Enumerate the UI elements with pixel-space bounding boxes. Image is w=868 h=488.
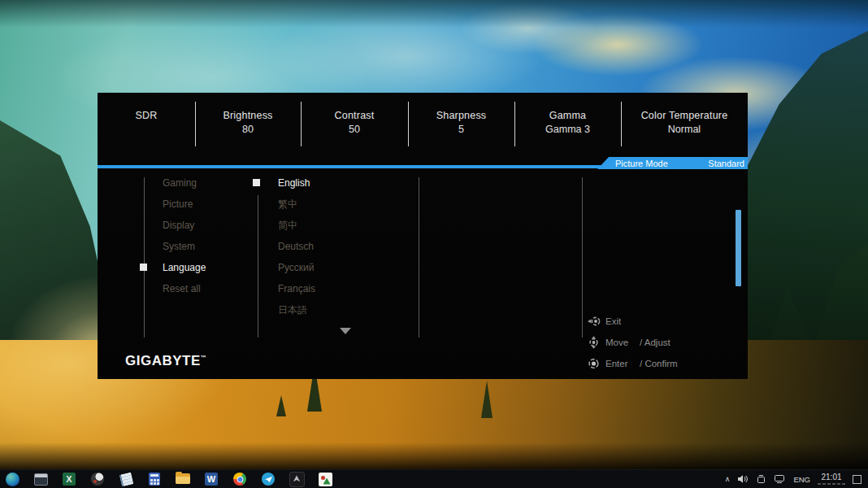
language-item-japanese[interactable]: 日本語 — [278, 299, 315, 320]
notes-app-icon[interactable] — [118, 471, 134, 487]
koi-fish-app-icon[interactable] — [89, 471, 106, 487]
stat-color-temperature: Color Temperature Normal — [621, 93, 748, 157]
joystick-left-icon — [587, 315, 601, 328]
clock-date-clipped — [818, 483, 845, 485]
koi-fish-icon-glyph — [91, 473, 104, 486]
language-item-traditional-chinese[interactable]: 繁中 — [278, 194, 315, 215]
osd-status-row: SDR Brightness 80 Contrast 50 Sharpness … — [98, 93, 748, 157]
selected-marker-english — [253, 179, 260, 186]
stat-contrast: Contrast 50 — [301, 93, 408, 157]
stat-label: Sharpness — [408, 110, 514, 121]
stat-value: Gamma 3 — [514, 124, 621, 135]
menu-item-reset-all[interactable]: Reset all — [163, 278, 206, 299]
selected-marker-language — [140, 264, 147, 271]
divider — [419, 177, 419, 338]
divider — [144, 177, 145, 338]
osd-main-menu: Gaming Picture Display System Language R… — [163, 172, 206, 299]
hint-exit: Exit — [587, 311, 678, 332]
input-language-indicator[interactable]: ENG — [793, 475, 810, 484]
hint-extra: / Adjust — [640, 338, 671, 347]
picture-mode-value: Standard — [708, 159, 744, 168]
osd-control-hints: Exit Move / Adjust Enter / Co — [587, 311, 678, 374]
stat-value: 80 — [195, 124, 301, 135]
monitor-photo: SDR Brightness 80 Contrast 50 Sharpness … — [0, 0, 868, 488]
picture-mode-badge: Picture Mode Standard — [597, 157, 748, 169]
network-display-icon[interactable] — [774, 474, 786, 484]
divider — [582, 177, 583, 338]
stat-gamma: Gamma Gamma 3 — [514, 93, 621, 157]
photos-app-icon[interactable] — [317, 471, 333, 487]
scroll-down-arrow-icon[interactable] — [340, 328, 351, 334]
language-item-simplified-chinese[interactable]: 简中 — [278, 215, 315, 236]
stat-label: Contrast — [301, 110, 408, 121]
stat-label: Brightness — [195, 110, 301, 121]
excel-icon[interactable]: X — [61, 471, 77, 487]
stat-value: 5 — [408, 124, 514, 135]
chrome-icon[interactable] — [232, 471, 248, 487]
app-window-icon-glyph — [34, 473, 48, 486]
telegram-icon[interactable] — [260, 471, 276, 487]
chevron-up-icon[interactable]: ∧ — [725, 476, 731, 483]
excel-icon-glyph: X — [63, 473, 76, 486]
trademark: ™ — [201, 355, 207, 360]
speaker-icon[interactable] — [737, 474, 749, 484]
app-window-icon[interactable] — [33, 471, 49, 487]
stat-label: Color Temperature — [621, 110, 748, 121]
language-item-french[interactable]: Français — [278, 278, 315, 299]
stat-label: SDR — [98, 110, 195, 121]
menu-item-language[interactable]: Language — [163, 257, 206, 278]
osd-scrollbar[interactable] — [736, 210, 741, 286]
calculator-icon[interactable] — [146, 471, 163, 487]
tray-box-icon[interactable] — [756, 474, 766, 485]
language-item-english[interactable]: English — [278, 172, 315, 194]
calculator-icon-glyph — [149, 473, 160, 486]
wallpaper-tree — [481, 381, 493, 418]
word-icon-glyph: W — [205, 473, 218, 486]
hint-label: Exit — [605, 316, 635, 326]
edge-icon[interactable] — [4, 471, 20, 487]
dark-geometric-app-icon[interactable] — [289, 471, 305, 487]
menu-item-picture[interactable]: Picture — [163, 194, 206, 215]
folder-icon-glyph — [176, 473, 190, 485]
action-center-icon[interactable] — [853, 475, 861, 484]
menu-item-gaming[interactable]: Gaming — [163, 172, 206, 194]
stat-sharpness: Sharpness 5 — [408, 93, 514, 157]
taskbar-clock[interactable]: 21:01 — [818, 473, 845, 485]
divider — [301, 102, 302, 146]
stat-brightness: Brightness 80 — [195, 93, 301, 157]
hint-move-adjust: Move / Adjust — [587, 332, 678, 353]
hint-extra: / Confirm — [640, 359, 678, 368]
stat-label: Gamma — [514, 110, 621, 121]
wallpaper-bottom-shade — [0, 442, 868, 469]
language-item-russian[interactable]: Русский — [278, 257, 315, 278]
stat-value: Normal — [621, 124, 748, 135]
photos-icon-glyph — [319, 473, 332, 486]
menu-item-system[interactable]: System — [163, 236, 206, 257]
monitor-osd-panel: SDR Brightness 80 Contrast 50 Sharpness … — [98, 93, 748, 379]
geometric-icon-glyph — [289, 472, 305, 487]
picture-mode-label: Picture Mode — [615, 159, 668, 168]
hint-label: Move — [605, 338, 635, 347]
edge-icon-glyph — [6, 473, 20, 486]
divider — [408, 102, 409, 146]
hint-enter-confirm: Enter / Confirm — [587, 353, 678, 374]
divider — [258, 195, 258, 338]
stat-sdr: SDR — [98, 93, 195, 157]
osd-language-list: English 繁中 简中 Deutsch Русский Français 日… — [278, 172, 315, 320]
brand-text: GIGABYTE — [125, 353, 201, 368]
file-explorer-icon[interactable] — [175, 471, 191, 487]
word-icon[interactable]: W — [203, 471, 219, 487]
menu-item-display[interactable]: Display — [163, 215, 206, 236]
joystick-up-down-icon — [587, 336, 601, 349]
windows-taskbar: X W ∧ ENG — [0, 469, 868, 488]
system-tray: ∧ ENG 21:01 — [725, 473, 868, 485]
divider — [195, 102, 196, 146]
wallpaper-top-shade — [0, 0, 868, 28]
language-item-deutsch[interactable]: Deutsch — [278, 236, 315, 257]
stat-value: 50 — [301, 124, 408, 135]
hint-label: Enter — [605, 359, 635, 368]
divider — [514, 102, 515, 146]
gigabyte-logo: GIGABYTE™ — [125, 353, 206, 369]
telegram-icon-glyph — [262, 473, 275, 486]
wallpaper-tree — [276, 395, 286, 416]
